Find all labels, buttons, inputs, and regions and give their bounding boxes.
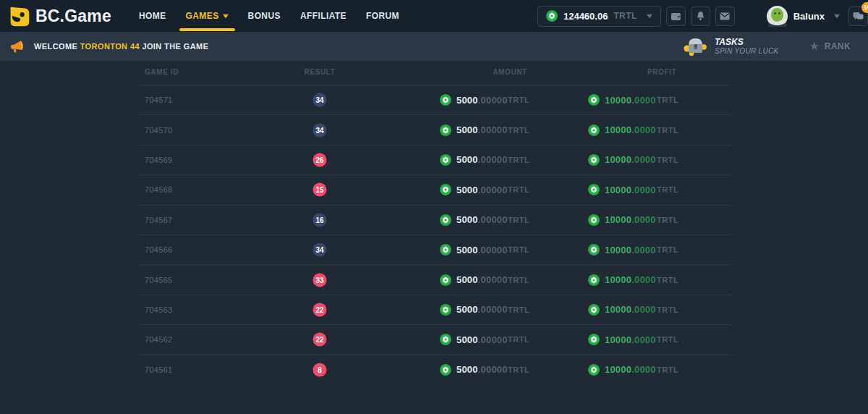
wallet-button[interactable] [666,7,686,26]
trtl-coin-icon [440,94,451,106]
notifications-button[interactable] [691,7,710,26]
amount-cell: 5000.00000 [440,94,508,106]
profit-cell: 10000.0000 [588,214,656,226]
welcome-banner: WELCOME TORONTON 44 JOIN THE GAME TASKS … [0,32,868,61]
brand-logo[interactable]: BC.Game [7,4,111,28]
profit-currency: TRTL [657,305,678,314]
trtl-coin-icon [440,154,451,166]
user-menu[interactable]: Balunx [767,6,840,27]
tasks-labels: TASKS SPIN YOUR LUCK [715,38,778,56]
header-result: RESULT [305,68,336,76]
amount-cell: 5000.00000 [440,244,508,255]
nav-affiliate[interactable]: AFFILIATE [300,0,346,32]
table-row[interactable]: 704567 16 5000.00000 TRTL [137,205,732,235]
profit-value: 10000.0000 [605,304,656,315]
table-row[interactable]: 704561 8 5000.00000 TRTL [137,355,732,384]
amount-currency: TRTL [508,276,529,284]
bell-icon [696,11,705,21]
table-row[interactable]: 704571 34 5000.00000 TRTL [137,85,732,114]
amount-value: 5000.00000 [456,154,508,165]
profit-currency: TRTL [657,126,678,135]
chat-button[interactable]: 10 [848,7,868,26]
result-badge: 26 [313,153,327,166]
profit-currency: TRTL [657,96,678,104]
chevron-down-icon [647,14,652,18]
trtl-coin-icon [588,124,600,136]
balance-selector[interactable]: 124460.06 TRTL [537,6,661,27]
bets-table: GAME ID RESULT AMOUNT PROFIT 704571 34 5… [137,61,732,384]
amount-currency: TRTL [508,216,529,224]
amount-value: 5000.00000 [456,364,508,375]
game-id: 704565 [145,276,173,284]
balance-value: 124460.06 [563,11,608,22]
amount-value: 5000.00000 [456,274,508,285]
profit-value: 10000.0000 [605,95,656,106]
result-badge: 34 [313,123,327,137]
rank-widget[interactable]: ★ RANK [809,41,855,52]
table-row[interactable]: 704568 15 5000.00000 TRTL [137,174,732,204]
table-row[interactable]: 704565 33 5000.00000 TRTL [137,264,732,294]
result-badge: 34 [313,243,327,257]
profit-cell: 10000.0000 [588,94,656,106]
profit-cell: 10000.0000 [588,364,656,376]
messages-button[interactable] [715,7,735,26]
amount-cell: 5000.00000 [440,124,508,136]
amount-currency: TRTL [508,156,529,164]
amount-value: 5000.00000 [456,245,508,255]
main-content: GAME ID RESULT AMOUNT PROFIT 704571 34 5… [0,61,868,414]
amount-cell: 5000.00000 [440,184,508,195]
nav-games[interactable]: GAMES [186,0,229,32]
profit-value: 10000.0000 [605,245,656,255]
trtl-coin-icon [588,334,600,345]
result-badge: 22 [313,333,327,347]
treasure-chest-icon [682,36,708,56]
tasks-widget[interactable]: TASKS SPIN YOUR LUCK [682,36,778,56]
nav-home[interactable]: HOME [139,0,166,32]
table-row[interactable]: 704563 22 5000.00000 TRTL [137,295,732,324]
trtl-coin-icon [440,124,451,136]
result-badge: 34 [313,93,327,107]
profit-cell: 10000.0000 [588,244,656,255]
game-id: 704569 [145,156,173,164]
star-icon: ★ [809,41,819,52]
amount-currency: TRTL [508,366,529,374]
trtl-coin-icon [440,334,451,345]
table-row[interactable]: 704562 22 5000.00000 TRTL [137,324,732,354]
nav-forum[interactable]: FORUM [366,0,399,32]
trtl-coin-icon [588,214,600,226]
envelope-icon [720,12,730,20]
nav-right-group: 124460.06 TRTL [537,6,868,27]
amount-currency: TRTL [508,305,529,314]
chevron-down-icon [834,14,840,18]
profit-value: 10000.0000 [605,154,656,165]
wallet-icon [671,12,681,21]
trtl-coin-icon [440,184,451,195]
result-badge: 16 [313,213,327,227]
table-body: 704571 34 5000.00000 TRTL [137,85,732,384]
amount-currency: TRTL [508,126,529,135]
balance-currency: TRTL [613,11,637,21]
trtl-coin-icon [588,364,600,376]
username: Balunx [793,11,825,22]
amount-cell: 5000.00000 [440,364,508,376]
trtl-coin-icon [440,214,451,226]
tasks-title: TASKS [715,38,778,47]
table-row[interactable]: 704566 34 5000.00000 TRTL [137,235,732,264]
nav-bonus[interactable]: BONUS [248,0,281,32]
table-row[interactable]: 704569 26 5000.00000 TRTL [137,145,732,174]
banner-right-group: TASKS SPIN YOUR LUCK ★ RANK [682,36,855,56]
profit-cell: 10000.0000 [588,334,656,345]
amount-cell: 5000.00000 [440,274,508,286]
profit-value: 10000.0000 [605,364,656,375]
trtl-coin-icon [440,274,451,286]
amount-cell: 5000.00000 [440,154,508,166]
table-header: GAME ID RESULT AMOUNT PROFIT [137,61,732,85]
amount-currency: TRTL [508,96,529,104]
trtl-coin-icon [588,274,600,286]
amount-value: 5000.00000 [456,185,508,195]
amount-currency: TRTL [508,185,529,194]
amount-cell: 5000.00000 [440,214,508,226]
amount-value: 5000.00000 [456,124,508,135]
result-badge: 22 [313,303,327,316]
table-row[interactable]: 704570 34 5000.00000 TRTL [137,114,732,144]
